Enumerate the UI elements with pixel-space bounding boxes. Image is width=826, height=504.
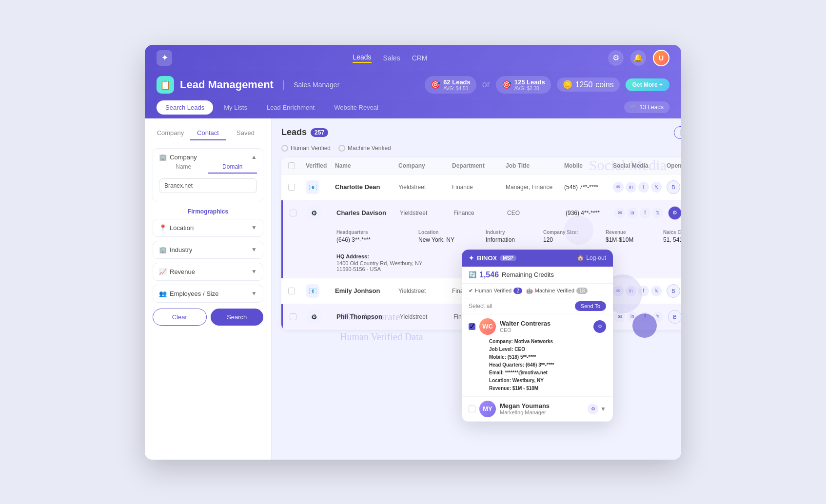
walter-name: Walter Contreras: [500, 320, 551, 327]
megan-open-icon[interactable]: ⚙: [588, 404, 598, 414]
page-subtitle: Sales Manager: [294, 81, 339, 89]
walter-open-icon[interactable]: ⚙: [593, 320, 606, 333]
row4-checkbox[interactable]: [290, 313, 307, 320]
leads-125-icon: 🎯: [502, 80, 511, 89]
employees-filter-header[interactable]: 👥 Employees / Size ▼: [159, 290, 257, 297]
contact-item-megan: MY Megan Youmans Marketing Manager ⚙ ▼: [462, 397, 613, 422]
th-job-title: Job Title: [506, 162, 564, 169]
select-all-row: Select all Send To: [462, 298, 613, 314]
row4-verified-icon: ⚙: [307, 310, 321, 324]
industry-filter-label: 🏢 Industry: [159, 246, 192, 253]
company-filter-section: 🏢 Company ▲ Name Domain: [153, 148, 263, 202]
th-verified: Verified: [306, 162, 335, 169]
machine-verified-icon: 🤖: [526, 288, 533, 294]
row2-name: Charles Davison: [336, 209, 400, 216]
row1-checkbox[interactable]: [288, 184, 306, 191]
employees-filter-label: 👥 Employees / Size: [159, 290, 218, 297]
nav-sales[interactable]: Sales: [383, 54, 400, 62]
tab-search-leads[interactable]: Search Leads: [157, 100, 213, 115]
sidebar-tab-saved[interactable]: Saved: [228, 126, 263, 140]
megan-role: Marketing Manager: [500, 409, 550, 415]
row1-mobile: (546) 7**-****: [564, 184, 613, 191]
location-filter-header[interactable]: 📍 Location ▼: [159, 224, 257, 232]
row3-twitter-icon[interactable]: 𝕏: [651, 286, 662, 296]
cart-badge[interactable]: 🛒 13 Leads: [624, 101, 669, 113]
binox-logo-icon: ✦: [469, 254, 474, 262]
detail-industry: Industry Information: [486, 230, 539, 244]
revenue-filter-label: 📈 Revenue: [159, 268, 195, 275]
cart-icon: 🛒: [630, 104, 637, 111]
row2-checkbox[interactable]: [290, 210, 307, 216]
human-verified-option[interactable]: Human Verified: [281, 145, 331, 152]
machine-verified-radio[interactable]: [338, 145, 345, 152]
employees-icon: 👥: [159, 290, 167, 297]
domain-input[interactable]: [159, 178, 257, 193]
megan-chevron-icon: ▼: [600, 406, 606, 412]
header-checkbox[interactable]: [288, 162, 295, 169]
tab-my-lists[interactable]: My Lists: [215, 100, 256, 115]
clear-button[interactable]: Clear: [153, 309, 207, 326]
location-filter-section: 📍 Location ▼: [153, 219, 263, 237]
stat-divider: or: [482, 79, 490, 90]
row2-twitter-icon[interactable]: 𝕏: [652, 208, 663, 218]
machine-verified-option[interactable]: Machine Verified: [338, 145, 391, 152]
human-verified-radio[interactable]: [281, 145, 288, 152]
row3-open-binox-button[interactable]: B: [667, 284, 680, 298]
walter-revenue: $1M - $10M: [512, 386, 538, 391]
company-filter-header[interactable]: 🏢 Company ▲: [159, 154, 257, 161]
leads-125-value: 125 Leads: [514, 78, 545, 86]
name-tab[interactable]: Name: [159, 161, 208, 174]
sidebar-actions: Clear Search: [153, 309, 263, 326]
megan-checkbox[interactable]: [469, 406, 475, 412]
machine-verified-tab[interactable]: 🤖 Machine Verified 18: [526, 288, 588, 294]
search-button[interactable]: Search: [211, 309, 264, 326]
employees-chevron-icon: ▼: [251, 290, 257, 297]
row1-name: Charlotte Dean: [335, 183, 398, 191]
th-social-media: Social Media: [613, 162, 667, 169]
row3-checkbox[interactable]: [288, 288, 306, 294]
msp-badge: MSP: [500, 255, 516, 261]
revenue-chevron-icon: ▼: [251, 268, 257, 275]
logout-button[interactable]: 🏠 Log-out: [577, 254, 606, 261]
settings-button[interactable]: ⚙: [608, 50, 624, 66]
credits-icon: 🔄: [469, 271, 476, 278]
row1-linkedin-icon[interactable]: in: [626, 182, 636, 193]
tab-lead-enrichment[interactable]: Lead Enrichment: [258, 100, 323, 115]
row2-linkedin-icon[interactable]: in: [627, 208, 638, 218]
row2-facebook-icon[interactable]: f: [640, 208, 650, 218]
domain-tab[interactable]: Domain: [208, 161, 257, 174]
row1-facebook-icon[interactable]: f: [638, 182, 649, 193]
row4-open-binox-button[interactable]: B: [668, 310, 681, 324]
get-more-button[interactable]: Get More +: [626, 78, 669, 91]
nav-crm[interactable]: CRM: [412, 54, 428, 62]
leads-62-avg: AVG: $4.50: [443, 86, 471, 91]
save-search-button[interactable]: 💾 Save Search: [674, 126, 681, 139]
row1-twitter-icon[interactable]: 𝕏: [651, 182, 662, 193]
leads-125-badge: 🎯 125 Leads AVG: $2.30: [496, 76, 551, 94]
row2-email-icon[interactable]: ✉: [614, 208, 625, 218]
walter-job-level: CEO: [514, 347, 525, 352]
human-verified-tab[interactable]: ✔ Human Verified 2: [469, 288, 522, 294]
row2-open-binox-button[interactable]: ⚙: [668, 206, 681, 220]
walter-company: Motiva Networks: [514, 339, 553, 344]
send-to-button[interactable]: Send To: [575, 301, 606, 311]
revenue-filter-header[interactable]: 📈 Revenue ▼: [159, 268, 257, 275]
row1-department: Finance: [452, 184, 506, 191]
row3-name: Emily Jonhson: [335, 287, 398, 294]
row1-open-binox-button[interactable]: B: [667, 180, 680, 194]
top-header: ✦ Leads Sales CRM ⚙ 🔔 U: [145, 45, 681, 71]
industry-filter-header[interactable]: 🏢 Industry ▼: [159, 246, 257, 253]
user-avatar[interactable]: U: [653, 50, 669, 66]
sidebar-tab-contact[interactable]: Contact: [190, 126, 226, 140]
tab-website-reveal[interactable]: Website Reveal: [325, 100, 387, 115]
walter-job-label: Job Level:: [489, 347, 514, 352]
notifications-button[interactable]: 🔔: [630, 50, 646, 66]
row2-mobile: (936) 4**-****: [566, 210, 614, 216]
leads-header: Leads 257 💾 Save Search: [281, 126, 681, 139]
nav-leads[interactable]: Leads: [353, 53, 371, 63]
row1-company: Yieldstreet: [398, 184, 452, 191]
row1-email-icon[interactable]: ✉: [613, 182, 624, 193]
walter-checkbox[interactable]: ✓: [469, 323, 475, 330]
sidebar-tab-company[interactable]: Company: [153, 126, 188, 140]
title-left: 📋 Lead Management | Sales Manager: [157, 76, 339, 94]
